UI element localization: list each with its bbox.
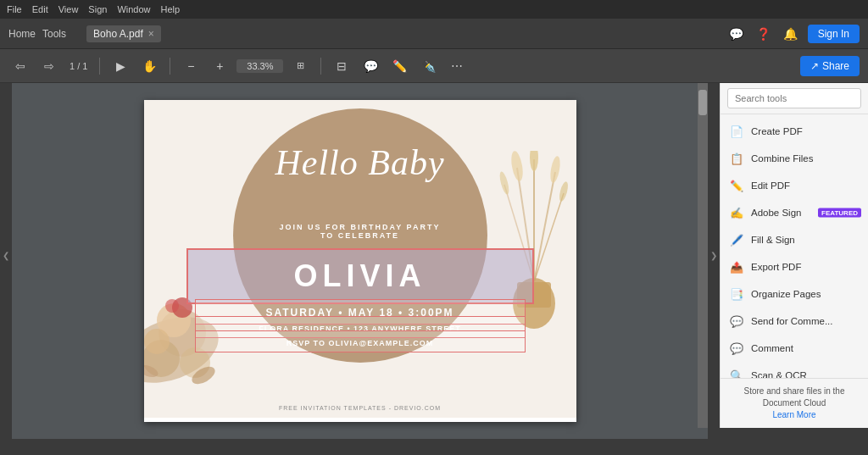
scan-ocr-label: Scan & OCR: [751, 370, 860, 378]
page-indicator: 1 / 1: [66, 61, 91, 71]
sep3: [320, 58, 321, 75]
cloud-text: Store and share files in the Document Cl…: [729, 386, 860, 409]
tool-item-scan-ocr[interactable]: 🔍Scan & OCR: [721, 362, 868, 378]
annotation-button[interactable]: 💬: [359, 54, 382, 78]
menu-file[interactable]: File: [7, 4, 22, 14]
pdf-scrollbar-thumb[interactable]: [698, 90, 707, 115]
tool-item-create-pdf[interactable]: 📄Create PDF: [721, 118, 868, 145]
organize-pages-icon: 📑: [729, 286, 744, 302]
tool-item-comment[interactable]: 💬Comment: [721, 335, 868, 362]
invitation-rsvp-box: RSVP TO OLIVIA@EXAMPLE.COM: [195, 330, 526, 352]
svg-point-5: [144, 329, 170, 354]
more-tools-button[interactable]: ⋯: [445, 54, 469, 78]
create-pdf-icon: 📄: [729, 124, 744, 139]
nav-tools[interactable]: Tools: [42, 28, 66, 40]
organize-pages-label: Organize Pages: [751, 289, 860, 299]
pdf-scrollbar[interactable]: [698, 83, 708, 428]
menu-help[interactable]: Help: [161, 4, 181, 14]
stamp-button[interactable]: ✒️: [416, 54, 440, 78]
scan-ocr-icon: 🔍: [729, 368, 744, 378]
sign-in-button[interactable]: Sign In: [808, 25, 860, 43]
learn-more-link[interactable]: Learn More: [772, 410, 815, 419]
fill-sign-label: Fill & Sign: [751, 235, 860, 245]
pdf-tab-close[interactable]: ×: [148, 28, 154, 40]
share-icon: ↗: [810, 60, 819, 72]
menu-view[interactable]: View: [58, 4, 79, 14]
send-comment-label: Send for Comme...: [751, 316, 860, 326]
prev-page-button[interactable]: ⇦: [8, 54, 32, 78]
bell-icon[interactable]: 🔔: [781, 24, 801, 44]
draw-button[interactable]: ✏️: [387, 54, 411, 78]
pdf-scroll-wrapper: Hello Baby JOIN US FOR BIRTHDAY PARTY TO…: [12, 83, 708, 428]
create-pdf-label: Create PDF: [751, 126, 860, 136]
pdf-page: Hello Baby JOIN US FOR BIRTHDAY PARTY TO…: [144, 100, 576, 422]
sep1: [99, 58, 100, 75]
tool-item-adobe-sign[interactable]: ✍️Adobe SignFEATURED: [721, 199, 868, 226]
menu-window[interactable]: Window: [117, 4, 150, 14]
invitation-title: Hello Baby: [144, 142, 576, 183]
header-icons: 💬 ❓ 🔔 Sign In: [726, 24, 860, 44]
export-pdf-icon: 📤: [729, 259, 744, 275]
adobe-sign-featured-badge: FEATURED: [818, 208, 861, 218]
right-panel-collapse[interactable]: ❯: [708, 83, 720, 428]
zoom-out-button[interactable]: −: [179, 54, 203, 78]
scroll-mode-button[interactable]: ⊟: [330, 54, 353, 78]
svg-point-20: [558, 180, 570, 202]
tool-item-edit-pdf[interactable]: ✏️Edit PDF: [721, 172, 868, 199]
help-icon[interactable]: ❓: [754, 24, 774, 44]
app-header: Home Tools Boho A.pdf × 💬 ❓ 🔔 Sign In: [0, 19, 868, 49]
comment-label: Comment: [751, 343, 860, 353]
toolbar: ⇦ ⇨ 1 / 1 ▶ ✋ − + 33.3% ⊞ ⊟ 💬 ✏️ ✒️ ⋯ ↗ …: [0, 49, 868, 83]
cloud-section: Store and share files in the Document Cl…: [721, 378, 868, 428]
tool-item-fill-sign[interactable]: 🖊️Fill & Sign: [721, 226, 868, 253]
main-area: ❮: [0, 83, 868, 428]
right-tools-panel: 📄Create PDF📋Combine Files✏️Edit PDF✍️Ado…: [720, 83, 868, 428]
export-pdf-label: Export PDF: [751, 262, 860, 272]
comment-icon: 💬: [729, 341, 744, 356]
chat-icon[interactable]: 💬: [726, 24, 747, 44]
invitation-name-box: OLIVIA: [186, 248, 534, 304]
select-tool-button[interactable]: ▶: [108, 54, 132, 78]
fill-sign-icon: 🖊️: [729, 232, 744, 247]
edit-pdf-label: Edit PDF: [751, 180, 860, 191]
edit-pdf-icon: ✏️: [729, 178, 744, 193]
tool-item-organize-pages[interactable]: 📑Organize Pages: [721, 280, 868, 308]
menu-sign[interactable]: Sign: [88, 4, 107, 14]
search-tools-bar: [721, 83, 868, 114]
invitation-background: Hello Baby JOIN US FOR BIRTHDAY PARTY TO…: [144, 100, 576, 418]
invitation-rsvp: RSVP TO OLIVIA@EXAMPLE.COM: [287, 339, 433, 347]
combine-files-label: Combine Files: [751, 153, 860, 164]
menu-bar: File Edit View Sign Window Help: [0, 0, 868, 19]
nav-home[interactable]: Home: [8, 28, 36, 40]
svg-point-9: [165, 299, 179, 313]
fit-page-button[interactable]: ⊞: [288, 54, 312, 78]
invitation-name: OLIVIA: [293, 258, 426, 293]
send-comment-icon: 💬: [729, 314, 744, 329]
zoom-in-button[interactable]: +: [208, 54, 231, 78]
tools-list: 📄Create PDF📋Combine Files✏️Edit PDF✍️Ado…: [721, 114, 868, 378]
tool-item-combine-files[interactable]: 📋Combine Files: [721, 145, 868, 172]
next-page-button[interactable]: ⇨: [37, 54, 61, 78]
left-panel-collapse[interactable]: ❮: [0, 83, 12, 428]
zoom-level[interactable]: 33.3%: [236, 59, 283, 73]
combine-files-icon: 📋: [729, 151, 744, 166]
sep2: [170, 58, 170, 75]
adobe-sign-icon: ✍️: [729, 205, 744, 220]
pdf-tab-filename: Boho A.pdf: [93, 28, 143, 40]
pan-tool-button[interactable]: ✋: [137, 54, 161, 78]
search-tools-input[interactable]: [727, 88, 861, 108]
tool-item-send-comment[interactable]: 💬Send for Comme...: [721, 308, 868, 335]
share-button[interactable]: ↗ Share: [800, 56, 860, 76]
pdf-viewer: Hello Baby JOIN US FOR BIRTHDAY PARTY TO…: [12, 83, 708, 439]
tool-item-export-pdf[interactable]: 📤Export PDF: [721, 253, 868, 280]
invitation-subtitle: JOIN US FOR BIRTHDAY PARTY TO CELEBRATE: [144, 223, 576, 240]
invitation-footer: FREE INVITATION TEMPLATES - DREVIO.COM: [144, 405, 576, 411]
menu-edit[interactable]: Edit: [32, 4, 48, 14]
